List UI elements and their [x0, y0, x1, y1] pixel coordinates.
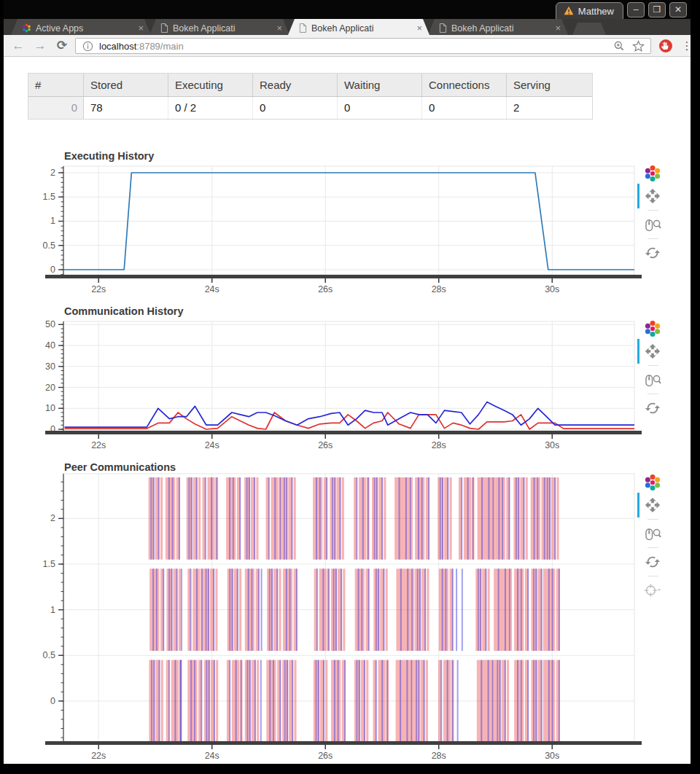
reload-button[interactable]: ⟳ — [53, 37, 71, 55]
svg-text:30s: 30s — [545, 751, 559, 761]
tab-active-apps[interactable]: Active Apps × — [11, 19, 151, 35]
peer-communications-plot[interactable]: Peer Communications00.511.5222s24s26s28s… — [0, 455, 693, 764]
svg-text:1: 1 — [50, 216, 55, 226]
cell-ready: 0 — [253, 97, 338, 119]
chart-title: Executing History — [64, 150, 154, 162]
col-header-index[interactable]: # — [28, 74, 84, 96]
col-header-stored[interactable]: Stored — [84, 74, 168, 96]
tab-bokeh-3[interactable]: Bokeh Applicati × — [428, 19, 568, 35]
forward-button[interactable]: → — [31, 37, 49, 55]
bokeh-logo[interactable] — [644, 474, 661, 491]
toolbar-separator — [648, 238, 658, 239]
address-bar[interactable]: localhost:8789/main — [75, 38, 651, 54]
info-icon[interactable] — [82, 41, 93, 52]
toolbar-separator — [648, 576, 658, 576]
document-icon — [299, 23, 307, 33]
pan-tool-button[interactable] — [643, 187, 662, 206]
svg-text:0.5: 0.5 — [43, 650, 55, 660]
minimize-button[interactable]: – — [627, 2, 645, 17]
status-table: # Stored Executing Ready Waiting Connect… — [28, 73, 593, 120]
tab-close-icon[interactable]: × — [136, 23, 145, 34]
cell-executing: 0 / 2 — [168, 97, 253, 119]
col-header-executing[interactable]: Executing — [168, 74, 253, 96]
x-axis: 22s24s26s28s30s — [45, 431, 642, 450]
reset-tool-button[interactable] — [643, 243, 662, 262]
executing-history-plot[interactable]: Executing History00.511.5222s24s26s28s30… — [0, 142, 693, 299]
tab-label: Bokeh Applicati — [451, 23, 549, 34]
svg-text:50: 50 — [45, 319, 55, 329]
col-header-connections[interactable]: Connections — [422, 74, 507, 96]
svg-text:1.5: 1.5 — [43, 559, 55, 569]
zoom-icon[interactable] — [613, 40, 625, 52]
svg-text:0: 0 — [50, 265, 55, 275]
reset-tool-button[interactable] — [643, 399, 662, 418]
reset-tool-button[interactable] — [643, 552, 662, 571]
tab-bokeh-1[interactable]: Bokeh Applicati × — [149, 19, 289, 35]
x-axis: 22s24s26s28s30s — [45, 741, 642, 761]
plot-area — [63, 321, 634, 431]
wheel-zoom-tool-button[interactable] — [643, 215, 662, 234]
bokeh-logo[interactable] — [644, 165, 661, 182]
y-axis: 00.511.52 — [43, 474, 63, 741]
new-tab-button[interactable] — [572, 23, 606, 35]
svg-text:1.5: 1.5 — [43, 192, 55, 202]
svg-text:22s: 22s — [91, 751, 106, 761]
communication-history-plot[interactable]: Communication History0102030405022s24s26… — [0, 299, 693, 452]
wheel-zoom-tool-button[interactable] — [643, 524, 662, 543]
tab-close-icon[interactable]: × — [415, 23, 424, 34]
svg-text:20: 20 — [45, 383, 55, 393]
tab-label: Active Apps — [36, 23, 132, 34]
y-axis: 01020304050 — [45, 319, 63, 434]
toolbar-separator — [648, 547, 658, 548]
cell-waiting: 0 — [338, 97, 422, 119]
col-header-serving[interactable]: Serving — [507, 74, 591, 96]
bookmark-star-icon[interactable] — [632, 40, 645, 52]
tab-label: Bokeh Applicati — [173, 23, 271, 34]
pan-tool-button[interactable] — [643, 496, 662, 515]
url-text: localhost:8789/main — [99, 41, 184, 52]
svg-text:10: 10 — [45, 403, 55, 413]
cell-serving: 2 — [507, 97, 591, 119]
toolbar-separator — [648, 519, 658, 520]
svg-text:24s: 24s — [205, 440, 219, 450]
y-axis: 00.511.52 — [43, 166, 63, 275]
document-icon — [439, 23, 447, 33]
svg-text:26s: 26s — [318, 284, 332, 294]
maximize-button[interactable]: ❒ — [648, 2, 666, 17]
desktop: Matthew – ❒ ✕ Active Apps × Bokeh Applic… — [0, 0, 700, 774]
bokeh-logo[interactable] — [644, 320, 661, 337]
svg-text:24s: 24s — [205, 751, 219, 761]
tab-close-icon[interactable]: × — [553, 23, 562, 34]
pan-tool-button[interactable] — [643, 342, 662, 361]
col-header-waiting[interactable]: Waiting — [338, 74, 422, 96]
url-host: localhost — [99, 41, 136, 52]
toolbar-separator — [648, 394, 658, 394]
close-button[interactable]: ✕ — [669, 2, 687, 17]
table-row[interactable]: 0 78 0 / 2 0 0 0 2 — [28, 97, 592, 119]
document-icon — [160, 23, 168, 33]
svg-text:24s: 24s — [205, 284, 219, 294]
browser-menu-icon[interactable]: ⋮ — [678, 37, 696, 55]
tab-strip: Active Apps × Bokeh Applicati × Bokeh Ap… — [4, 19, 691, 35]
svg-text:30s: 30s — [545, 440, 559, 450]
cell-index: 0 — [28, 97, 84, 119]
col-header-ready[interactable]: Ready — [253, 74, 338, 96]
tab-label: Bokeh Applicati — [311, 23, 411, 34]
back-button[interactable]: ← — [9, 37, 27, 55]
svg-text:0: 0 — [50, 696, 55, 706]
cell-stored: 78 — [84, 97, 168, 119]
stop-hand-extension-icon[interactable] — [658, 39, 673, 53]
chart-title: Peer Communications — [64, 461, 176, 473]
tab-bokeh-2-active[interactable]: Bokeh Applicati × — [288, 19, 429, 35]
window-titlebar: Matthew – ❒ ✕ — [4, 0, 691, 19]
svg-text:22s: 22s — [91, 284, 106, 294]
svg-text:0.5: 0.5 — [43, 241, 55, 251]
wheel-zoom-tool-button[interactable] — [643, 370, 662, 389]
hover-tool-button[interactable] — [643, 581, 662, 600]
bokeh-logo — [22, 23, 31, 33]
svg-text:22s: 22s — [91, 440, 106, 450]
svg-text:26s: 26s — [318, 440, 332, 450]
profile-chip[interactable]: Matthew — [556, 2, 623, 19]
tab-close-icon[interactable]: × — [275, 23, 284, 34]
chart-title: Communication History — [64, 305, 184, 317]
